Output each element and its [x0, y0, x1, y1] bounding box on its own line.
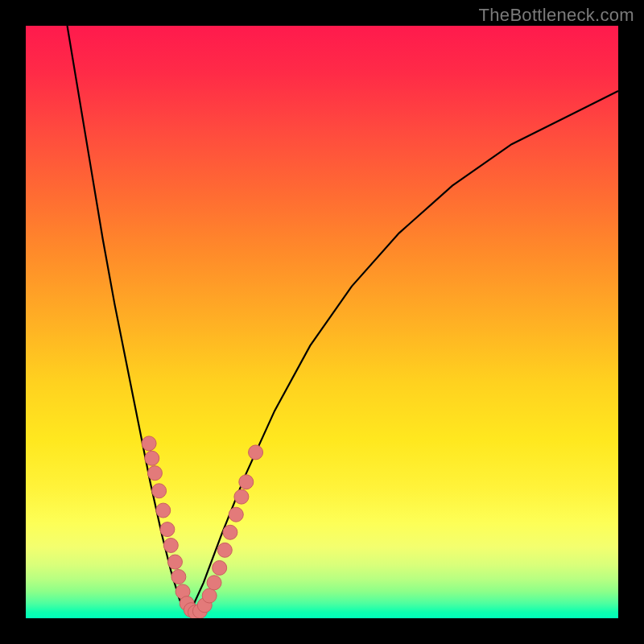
marker-dot — [167, 555, 182, 569]
bottleneck-curve — [68, 26, 618, 615]
marker-dot — [160, 522, 175, 537]
watermark-text: TheBottleneck.com — [479, 5, 634, 26]
curve-right-path — [188, 91, 618, 615]
plot-area — [26, 26, 618, 618]
chart-overlay — [26, 26, 618, 618]
marker-dot — [249, 445, 263, 460]
marker-dot — [239, 475, 254, 489]
marker-dot — [229, 507, 243, 522]
marker-dot — [234, 489, 249, 504]
marker-dot — [156, 503, 171, 518]
chart-frame: TheBottleneck.com — [0, 0, 644, 644]
marker-dot — [202, 588, 217, 603]
marker-dot — [145, 451, 159, 465]
marker-dot — [171, 569, 186, 584]
marker-dot — [207, 576, 221, 590]
marker-dot — [147, 466, 162, 481]
marker-dot — [217, 543, 232, 557]
marker-dot — [152, 484, 167, 498]
marker-dot — [163, 538, 178, 552]
marker-dot — [223, 525, 237, 539]
marker-dot — [213, 560, 227, 575]
marker-dot — [142, 436, 156, 451]
